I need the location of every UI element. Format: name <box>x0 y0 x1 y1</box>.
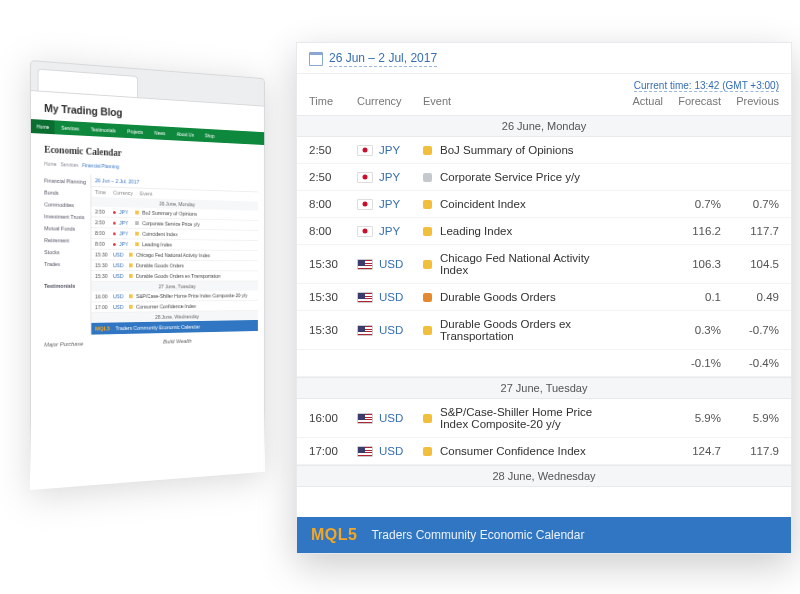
col-previous: Previous <box>721 95 779 107</box>
event-name: Corporate Service Price y/y <box>440 171 605 183</box>
event-forecast: 0.3% <box>663 324 721 336</box>
nav-home[interactable]: Home <box>31 119 55 134</box>
event-actual <box>605 445 663 457</box>
event-currency: JPY <box>357 144 423 156</box>
event-name: Durable Goods Orders <box>440 291 605 303</box>
event-previous: 0.49 <box>721 291 779 303</box>
event-forecast: 116.2 <box>663 225 721 237</box>
event-previous: 104.5 <box>721 258 779 270</box>
calendar-body: 26 June, Monday 2:50JPYBoJ Summary of Op… <box>297 115 791 517</box>
event-row[interactable]: 8:00JPYLeading Index116.2117.7 <box>297 218 791 245</box>
nav-news[interactable]: News <box>149 126 170 140</box>
event-time: 8:00 <box>309 198 357 210</box>
crumb-current: Financial Planning <box>82 162 119 169</box>
event-row[interactable]: 15:30USDDurable Goods Orders0.10.49 <box>297 284 791 311</box>
blog-sidebar: Financial Planning Bonds Commodities Inv… <box>39 172 91 335</box>
us-flag-icon <box>357 259 373 270</box>
nav-services[interactable]: Services <box>56 120 85 135</box>
date-range-picker[interactable]: 26 Jun – 2 Jul, 2017 <box>297 43 791 74</box>
event-time: 17:00 <box>309 445 357 457</box>
event-forecast: 0.1 <box>663 291 721 303</box>
date-range-text[interactable]: 26 Jun – 2 Jul, 2017 <box>329 51 437 67</box>
impact-indicator <box>423 260 432 269</box>
nav-projects[interactable]: Projects <box>122 124 148 139</box>
impact-indicator <box>423 414 432 423</box>
current-time-value[interactable]: 13:42 (GMT +3:00) <box>694 80 779 92</box>
event-row[interactable]: 16:00USDS&P/Case-Shiller Home Price Inde… <box>297 399 791 438</box>
event-row[interactable]: 15:30USDDurable Goods Orders ex Transpor… <box>297 311 791 350</box>
event-row[interactable]: 17:00USDConsumer Confidence Index124.711… <box>297 438 791 465</box>
sidebar-testimonials: Testimonials <box>44 280 87 292</box>
event-time: 2:50 <box>309 144 357 156</box>
event-forecast: -0.1% <box>663 357 721 369</box>
event-currency: USD <box>357 412 423 424</box>
impact-indicator <box>423 293 432 302</box>
event-forecast: 106.3 <box>663 258 721 270</box>
sidebar-item[interactable]: Mutual Funds <box>44 222 87 235</box>
nav-shop[interactable]: Shop <box>200 129 220 143</box>
event-actual <box>605 412 663 424</box>
event-row[interactable]: 2:50JPYCorporate Service Price y/y <box>297 164 791 191</box>
event-currency: JPY <box>357 171 423 183</box>
event-row[interactable]: -0.1%-0.4% <box>297 350 791 377</box>
jp-flag-icon <box>357 145 373 156</box>
event-currency: USD <box>357 258 423 270</box>
event-previous: -0.7% <box>721 324 779 336</box>
table-header: Time Currency Event Current time: 13:42 … <box>297 74 791 115</box>
event-actual <box>605 258 663 270</box>
nav-testimonials[interactable]: Testimonials <box>85 122 121 138</box>
event-row[interactable]: 2:50JPYBoJ Summary of Opinions <box>297 137 791 164</box>
event-forecast: 5.9% <box>663 412 721 424</box>
event-previous: 0.7% <box>721 198 779 210</box>
event-time: 15:30 <box>309 291 357 303</box>
brand-tagline: Traders Community Economic Calendar <box>371 528 584 542</box>
col-event: Event <box>423 95 605 107</box>
impact-indicator <box>423 173 432 182</box>
widget-brand-bar[interactable]: MQL5 Traders Community Economic Calendar <box>297 517 791 553</box>
blog-mini-calendar: 26 Jun – 2 Jul, 2017 TimeCurrencyEvent 2… <box>90 174 257 334</box>
mql5-logo: MQL5 <box>311 526 357 544</box>
event-row[interactable]: 8:00JPYCoincident Index0.7%0.7% <box>297 191 791 218</box>
mini-row: 15:30USDDurable Goods Orders <box>91 260 257 271</box>
impact-indicator <box>423 146 432 155</box>
event-previous: 117.9 <box>721 445 779 457</box>
nav-about[interactable]: About Us <box>171 127 199 142</box>
event-time: 15:30 <box>309 258 357 270</box>
sidebar-item[interactable]: Trades <box>44 258 87 270</box>
footer-col-a: Major Purchase <box>44 339 142 347</box>
event-actual <box>605 198 663 210</box>
event-forecast: 124.7 <box>663 445 721 457</box>
event-currency: USD <box>357 445 423 457</box>
event-name: Consumer Confidence Index <box>440 445 605 457</box>
crumb-home[interactable]: Home <box>44 161 57 167</box>
day-separator: 26 June, Monday <box>297 115 791 137</box>
event-row[interactable]: 15:30USDChicago Fed National Activity In… <box>297 245 791 284</box>
event-name: Durable Goods Orders ex Transportation <box>440 318 605 342</box>
event-forecast: 0.7% <box>663 198 721 210</box>
col-actual: Actual <box>605 95 663 107</box>
sidebar-item[interactable]: Retirement <box>44 234 87 246</box>
sidebar-item[interactable]: Stocks <box>44 246 87 258</box>
event-previous: 5.9% <box>721 412 779 424</box>
crumb-services[interactable]: Services <box>61 161 79 168</box>
event-time: 8:00 <box>309 225 357 237</box>
blog-window: My Trading Blog Home Services Testimonia… <box>30 60 265 490</box>
col-forecast: Forecast <box>663 95 721 107</box>
jp-flag-icon <box>357 172 373 183</box>
event-actual <box>605 291 663 303</box>
day-separator: 27 June, Tuesday <box>297 377 791 399</box>
calendar-icon <box>309 52 323 66</box>
impact-indicator <box>423 447 432 456</box>
col-currency: Currency <box>357 95 423 107</box>
event-actual <box>605 324 663 336</box>
us-flag-icon <box>357 325 373 336</box>
day-separator: 28 June, Wednesday <box>297 465 791 487</box>
sidebar-item[interactable]: Commodities <box>44 198 87 211</box>
economic-calendar-widget: 26 Jun – 2 Jul, 2017 Time Currency Event… <box>296 42 792 554</box>
event-actual <box>605 357 663 369</box>
event-time: 2:50 <box>309 171 357 183</box>
event-name: Coincident Index <box>440 198 605 210</box>
sidebar-item[interactable]: Investment Trusts <box>44 210 87 223</box>
us-flag-icon <box>357 292 373 303</box>
impact-indicator <box>423 326 432 335</box>
